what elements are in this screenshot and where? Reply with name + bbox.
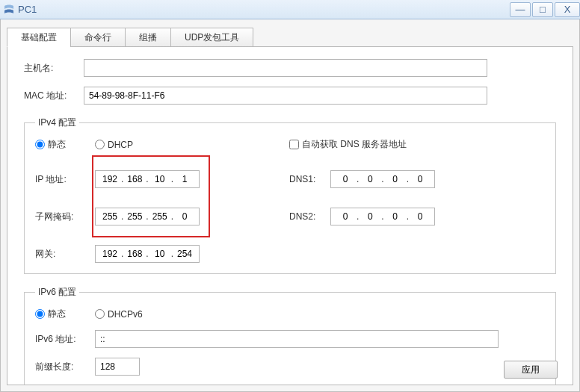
ipv6-prefix-label: 前缀长度: (35, 361, 95, 373)
ip-octet[interactable] (334, 208, 357, 225)
ipv4-legend: IPv4 配置 (35, 116, 79, 129)
ip-octet[interactable] (123, 171, 146, 187)
ip-octet[interactable] (359, 171, 381, 187)
ipv4-dhcp-radio[interactable]: DHCP (95, 140, 133, 150)
ip-octet[interactable] (123, 246, 146, 262)
ip-octet[interactable] (149, 208, 171, 225)
dns1-input[interactable]: . . . (330, 170, 435, 188)
titlebar: PC1 — □ X (0, 0, 580, 19)
client-area: 基础配置 命令行 组播 UDP发包工具 主机名: MAC 地址: IPv4 配置 (0, 19, 580, 392)
close-button[interactable]: X (555, 2, 580, 17)
ip-octet[interactable] (409, 208, 431, 225)
app-icon (3, 4, 15, 16)
gw-label: 网关: (35, 248, 95, 261)
tab-basic[interactable]: 基础配置 (7, 28, 71, 47)
ip-octet[interactable] (409, 171, 431, 187)
auto-dns-checkbox[interactable]: 自动获取 DNS 服务器地址 (289, 138, 407, 151)
mac-label: MAC 地址: (24, 90, 84, 102)
ipv6-legend: IPv6 配置 (35, 286, 79, 299)
ipv4-static-radio[interactable]: 静态 (35, 138, 95, 151)
ipv6-addr-input[interactable] (95, 330, 499, 348)
ip-octet[interactable] (384, 171, 407, 187)
maximize-button[interactable]: □ (532, 2, 553, 17)
apply-button[interactable]: 应用 (504, 361, 558, 379)
auto-dns-label: 自动获取 DNS 服务器地址 (302, 138, 407, 151)
ipv4-static-label: 静态 (48, 138, 66, 151)
ip-octet[interactable] (99, 246, 121, 262)
gateway-input[interactable]: . . . (95, 245, 200, 263)
ipv6-dhcp-label: DHCPv6 (108, 309, 143, 320)
ipv6-addr-label: IPv6 地址: (35, 333, 95, 346)
ip-octet[interactable] (99, 208, 121, 225)
tab-multicast[interactable]: 组播 (125, 28, 171, 47)
ip-octet[interactable] (99, 171, 121, 187)
hostname-input[interactable] (84, 59, 487, 77)
tab-page-basic: 主机名: MAC 地址: IPv4 配置 静态 (7, 46, 573, 385)
ip-octet[interactable] (149, 171, 171, 187)
ip-octet[interactable] (149, 246, 171, 262)
ip-octet[interactable] (384, 208, 407, 225)
ip-octet[interactable] (173, 246, 196, 262)
ipv4-fieldset: IPv4 配置 静态 DHCP IP (24, 116, 556, 274)
dns1-label: DNS1: (289, 174, 330, 184)
mask-input[interactable]: . . . (95, 208, 200, 225)
ip-octet[interactable] (173, 171, 196, 187)
tab-cmdline[interactable]: 命令行 (70, 28, 126, 47)
tab-strip: 基础配置 命令行 组播 UDP发包工具 (7, 28, 573, 47)
minimize-button[interactable]: — (510, 2, 531, 17)
ip-label: IP 地址: (35, 173, 95, 186)
mac-input[interactable] (84, 87, 487, 105)
ip-octet[interactable] (123, 208, 146, 225)
ipv6-dhcp-radio[interactable]: DHCPv6 (95, 309, 143, 320)
tab-udp[interactable]: UDP发包工具 (170, 28, 253, 47)
window-title: PC1 (18, 4, 37, 15)
ip-octet[interactable] (334, 171, 357, 187)
ipv6-fieldset: IPv6 配置 静态 DHCPv6 IPv6 地址: 前缀长度: (24, 286, 556, 385)
ipv6-static-radio[interactable]: 静态 (35, 308, 95, 320)
dns2-input[interactable]: . . . (330, 208, 435, 225)
ipv6-static-label: 静态 (48, 308, 66, 320)
ip-octet[interactable] (359, 208, 381, 225)
mask-label: 子网掩码: (35, 211, 95, 223)
ipv6-prefix-input[interactable] (95, 358, 140, 376)
ip-input[interactable]: . . . (95, 170, 200, 188)
dns2-label: DNS2: (289, 211, 330, 222)
hostname-label: 主机名: (24, 62, 84, 75)
ipv4-dhcp-label: DHCP (108, 140, 133, 150)
ip-octet[interactable] (173, 208, 196, 225)
